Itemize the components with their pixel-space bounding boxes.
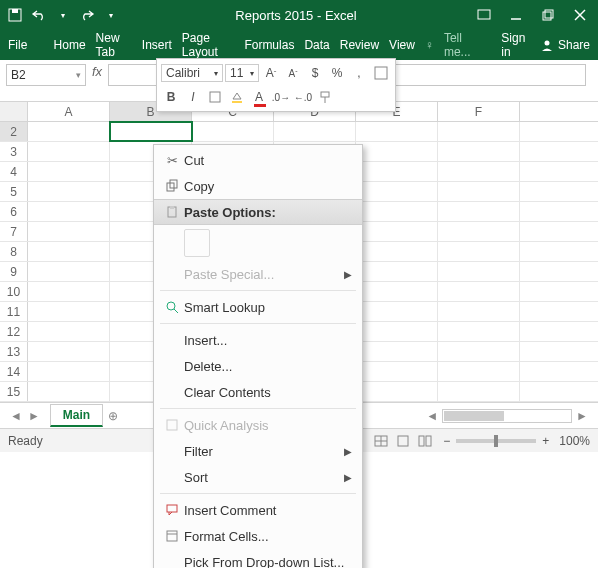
font-family-dropdown[interactable]: Calibri▾ [161, 64, 223, 82]
cell[interactable] [438, 262, 520, 281]
cell[interactable] [438, 142, 520, 161]
cell[interactable] [438, 282, 520, 301]
accounting-icon[interactable]: $ [305, 63, 325, 83]
tab-file[interactable]: File [8, 38, 27, 52]
col-header[interactable]: F [438, 102, 520, 121]
cell[interactable] [28, 362, 110, 381]
view-normal-icon[interactable] [373, 434, 389, 448]
menu-insert-comment[interactable]: Insert Comment [154, 497, 362, 523]
row-header[interactable]: 5 [0, 182, 28, 201]
horizontal-scrollbar[interactable] [442, 409, 572, 423]
cell[interactable] [356, 322, 438, 341]
cell[interactable] [356, 382, 438, 401]
view-pagelayout-icon[interactable] [395, 434, 411, 448]
cell[interactable] [274, 122, 356, 141]
menu-insert[interactable]: Insert... [154, 327, 362, 353]
border-icon[interactable] [205, 87, 225, 107]
cell[interactable] [110, 122, 192, 141]
decrease-decimal-icon[interactable]: ←.0 [293, 87, 313, 107]
row-header[interactable]: 7 [0, 222, 28, 241]
view-pagebreak-icon[interactable] [417, 434, 433, 448]
format-cells-icon[interactable] [371, 63, 391, 83]
cell[interactable] [356, 162, 438, 181]
cell[interactable] [356, 202, 438, 221]
cell[interactable] [356, 362, 438, 381]
sign-in[interactable]: Sign in [501, 31, 530, 59]
fx-icon[interactable]: fx [92, 64, 102, 79]
fill-color-icon[interactable] [227, 87, 247, 107]
name-box[interactable]: B2 ▾ [6, 64, 86, 86]
tab-insert[interactable]: Insert [142, 38, 172, 52]
cell[interactable] [28, 182, 110, 201]
cell[interactable] [438, 162, 520, 181]
cell[interactable] [28, 202, 110, 221]
row-header[interactable]: 4 [0, 162, 28, 181]
paste-option-button[interactable] [154, 225, 362, 261]
zoom-in-icon[interactable]: + [542, 434, 549, 448]
cell[interactable] [438, 322, 520, 341]
cell[interactable] [28, 142, 110, 161]
cell[interactable] [438, 382, 520, 401]
cell[interactable] [28, 382, 110, 401]
row-header[interactable]: 14 [0, 362, 28, 381]
undo-icon[interactable] [30, 6, 48, 24]
tab-formulas[interactable]: Formulas [244, 38, 294, 52]
save-icon[interactable] [6, 6, 24, 24]
cell[interactable] [438, 362, 520, 381]
cell[interactable] [28, 242, 110, 261]
menu-cut[interactable]: ✂ Cut [154, 147, 362, 173]
row-header[interactable]: 10 [0, 282, 28, 301]
menu-smart-lookup[interactable]: Smart Lookup [154, 294, 362, 320]
scroll-right-icon[interactable]: ► [576, 409, 588, 423]
menu-sort[interactable]: Sort ▶ [154, 464, 362, 490]
cell[interactable] [356, 262, 438, 281]
zoom-out-icon[interactable]: − [443, 434, 450, 448]
tab-data[interactable]: Data [304, 38, 329, 52]
comma-icon[interactable]: , [349, 63, 369, 83]
menu-pick-list[interactable]: Pick From Drop-down List... [154, 549, 362, 568]
row-header[interactable]: 15 [0, 382, 28, 401]
cell[interactable] [356, 242, 438, 261]
cell[interactable] [356, 182, 438, 201]
redo-icon[interactable] [78, 6, 96, 24]
tab-newtab[interactable]: New Tab [96, 31, 132, 59]
cell[interactable] [356, 122, 438, 141]
row-header[interactable]: 2 [0, 122, 28, 141]
cell[interactable] [438, 122, 520, 141]
cell[interactable] [28, 222, 110, 241]
tab-view[interactable]: View [389, 38, 415, 52]
tell-me[interactable]: Tell me... [444, 31, 481, 59]
minimize-icon[interactable] [504, 3, 528, 27]
cell[interactable] [28, 322, 110, 341]
increase-font-icon[interactable]: Aˆ [261, 63, 281, 83]
scroll-left-icon[interactable]: ◄ [426, 409, 438, 423]
close-icon[interactable] [568, 3, 592, 27]
increase-decimal-icon[interactable]: .0→ [271, 87, 291, 107]
restore-icon[interactable] [536, 3, 560, 27]
font-size-dropdown[interactable]: 11▾ [225, 64, 259, 82]
tab-pagelayout[interactable]: Page Layout [182, 31, 235, 59]
percent-icon[interactable]: % [327, 63, 347, 83]
cell[interactable] [438, 222, 520, 241]
cell[interactable] [356, 142, 438, 161]
cell[interactable] [438, 242, 520, 261]
menu-paste-options[interactable]: Paste Options: [154, 199, 362, 225]
ribbon-display-icon[interactable] [472, 3, 496, 27]
italic-button[interactable]: I [183, 87, 203, 107]
cell[interactable] [356, 302, 438, 321]
share-button[interactable]: Share [540, 38, 590, 52]
cell[interactable] [28, 282, 110, 301]
tab-review[interactable]: Review [340, 38, 379, 52]
sheet-nav-next-icon[interactable]: ► [28, 409, 40, 423]
decrease-font-icon[interactable]: Aˇ [283, 63, 303, 83]
sheet-tab[interactable]: Main [50, 404, 103, 427]
col-header[interactable]: A [28, 102, 110, 121]
cell[interactable] [356, 222, 438, 241]
cell[interactable] [356, 282, 438, 301]
cell[interactable] [438, 342, 520, 361]
menu-filter[interactable]: Filter ▶ [154, 438, 362, 464]
cell[interactable] [438, 302, 520, 321]
qat-customize-icon[interactable]: ▾ [102, 6, 120, 24]
menu-copy[interactable]: Copy [154, 173, 362, 199]
format-painter-icon[interactable] [315, 87, 335, 107]
